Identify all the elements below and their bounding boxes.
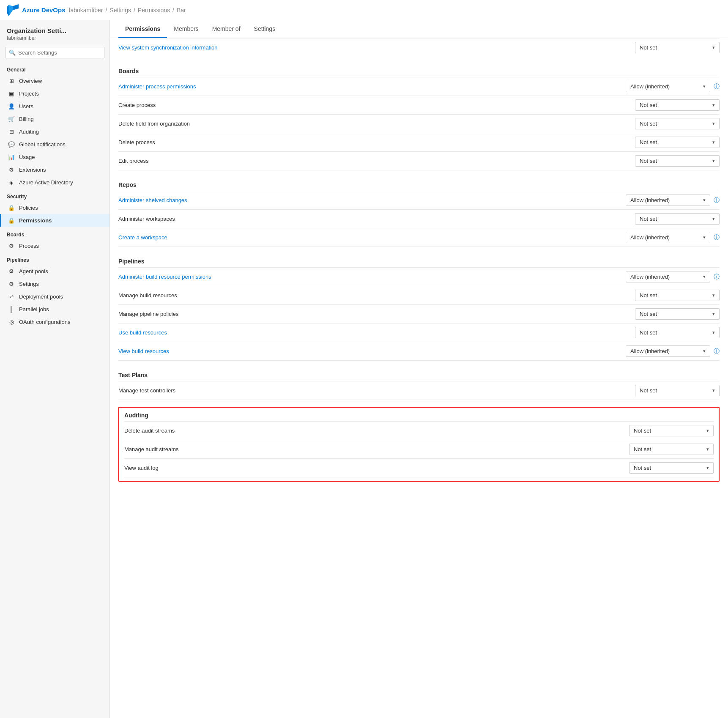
perm-row: Delete field from organizationNot set▾ (118, 114, 720, 133)
sidebar-item-extensions[interactable]: ⚙ Extensions (0, 163, 109, 176)
perm-name[interactable]: Administer shelved changes (118, 197, 626, 203)
sidebar-item-auditing[interactable]: ⊟ Auditing (0, 125, 109, 138)
search-box[interactable]: 🔍 (5, 47, 104, 58)
perm-value-wrap: Not set▾ (629, 462, 714, 474)
perm-name[interactable]: Create a workspace (118, 234, 626, 241)
tab-settings[interactable]: Settings (247, 20, 282, 38)
section-repos: Repos Administer shelved changesAllow (i… (118, 177, 720, 247)
chevron-down-icon: ▾ (712, 311, 715, 317)
sidebar-item-process[interactable]: ⚙ Process (0, 239, 109, 252)
perm-name-view-system-sync: View system synchronization information (118, 44, 635, 51)
perm-select[interactable]: Not set▾ (629, 444, 714, 455)
usage-icon: 📊 (8, 153, 15, 160)
sidebar-item-usage[interactable]: 📊 Usage (0, 151, 109, 163)
sidebar-section-pipelines: Pipelines (0, 252, 109, 265)
sidebar-section-boards: Boards (0, 227, 109, 239)
sidebar-item-azure-ad[interactable]: ◈ Azure Active Directory (0, 176, 109, 189)
tab-members[interactable]: Members (167, 20, 205, 38)
chevron-down-icon: ▾ (703, 348, 706, 354)
sidebar-item-settings[interactable]: ⚙ Settings (0, 277, 109, 290)
info-icon[interactable]: ⓘ (714, 273, 720, 281)
sidebar-item-deployment-pools[interactable]: ⇌ Deployment pools (0, 290, 109, 303)
search-input[interactable] (18, 49, 101, 56)
perm-value-wrap: Not set▾ (635, 137, 720, 148)
perm-value-wrap: Not set▾ (635, 118, 720, 129)
perm-select[interactable]: Not set▾ (629, 425, 714, 436)
notifications-icon: 💬 (8, 141, 15, 148)
perm-row-view-system-sync: View system synchronization information … (118, 38, 720, 57)
perm-value-wrap: Not set▾ (635, 327, 720, 338)
section-boards: Boards Administer process permissionsAll… (118, 63, 720, 170)
testplans-permission-rows: Manage test controllersNot set▾ (118, 381, 720, 400)
perm-select-view-system-sync[interactable]: Not set ▾ (635, 42, 720, 53)
sidebar-item-projects[interactable]: ▣ Projects (0, 87, 109, 100)
perm-select[interactable]: Allow (inherited)▾ (626, 81, 710, 92)
sidebar-item-users[interactable]: 👤 Users (0, 100, 109, 112)
chevron-down-icon: ▾ (712, 121, 715, 126)
perm-value-wrap: Not set ▾ (635, 42, 720, 53)
sidebar-item-oauth[interactable]: ◎ OAuth configurations (0, 315, 109, 328)
perm-select[interactable]: Not set▾ (635, 118, 720, 129)
billing-icon: 🛒 (8, 115, 15, 122)
perm-select[interactable]: Not set▾ (629, 462, 714, 474)
sidebar-item-overview[interactable]: ⊞ Overview (0, 74, 109, 87)
perm-row: Manage build resourcesNot set▾ (118, 286, 720, 304)
perm-row: Create a workspaceAllow (inherited)▾ⓘ (118, 228, 720, 247)
main-content: Permissions Members Member of Settings V… (110, 20, 728, 718)
sidebar-title: Organization Setti... (7, 27, 103, 34)
info-icon[interactable]: ⓘ (714, 197, 720, 204)
perm-name[interactable]: Use build resources (118, 329, 635, 336)
perm-select[interactable]: Not set▾ (635, 99, 720, 111)
sidebar-item-permissions[interactable]: 🔒 Permissions (0, 214, 109, 227)
perm-value-wrap: Not set▾ (629, 444, 714, 455)
info-icon[interactable]: ⓘ (714, 348, 720, 355)
sidebar-item-agent-pools[interactable]: ⚙ Agent pools (0, 265, 109, 277)
perm-value-wrap: Allow (inherited)▾ⓘ (626, 271, 720, 282)
perm-value-wrap: Allow (inherited)▾ⓘ (626, 195, 720, 206)
perm-row: Create processNot set▾ (118, 96, 720, 114)
perm-select[interactable]: Not set▾ (635, 308, 720, 320)
perm-value-wrap: Not set▾ (635, 385, 720, 396)
perm-value-wrap: Not set▾ (635, 308, 720, 320)
sidebar-item-policies[interactable]: 🔒 Policies (0, 201, 109, 214)
sidebar-header: Organization Setti... fabrikamfiber (0, 20, 109, 43)
perm-select[interactable]: Allow (inherited)▾ (626, 345, 710, 357)
perm-select[interactable]: Allow (inherited)▾ (626, 232, 710, 243)
extensions-icon: ⚙ (8, 166, 15, 173)
info-icon[interactable]: ⓘ (714, 234, 720, 241)
perm-select[interactable]: Not set▾ (635, 385, 720, 396)
boards-permission-rows: Administer process permissionsAllow (inh… (118, 77, 720, 170)
perm-name: Manage test controllers (118, 387, 635, 394)
settings-icon: ⚙ (8, 280, 15, 287)
chevron-down-icon: ▾ (712, 388, 715, 393)
app-logo[interactable]: Azure DevOps (7, 4, 66, 16)
chevron-down-icon: ▾ (712, 140, 715, 145)
tab-bar: Permissions Members Member of Settings (110, 20, 728, 38)
perm-select[interactable]: Allow (inherited)▾ (626, 271, 710, 282)
sidebar-item-global-notifications[interactable]: 💬 Global notifications (0, 138, 109, 151)
sidebar: Organization Setti... fabrikamfiber 🔍 Ge… (0, 20, 110, 718)
perm-name[interactable]: View build resources (118, 348, 626, 354)
users-icon: 👤 (8, 103, 15, 110)
perm-select[interactable]: Not set▾ (635, 155, 720, 167)
sidebar-item-billing[interactable]: 🛒 Billing (0, 112, 109, 125)
perm-name[interactable]: Administer process permissions (118, 83, 626, 90)
perm-name[interactable]: Administer build resource permissions (118, 274, 626, 280)
perm-select[interactable]: Not set▾ (635, 213, 720, 225)
section-test-plans: Test Plans Manage test controllersNot se… (118, 367, 720, 400)
tab-member-of[interactable]: Member of (205, 20, 247, 38)
perm-name: Delete field from organization (118, 121, 635, 127)
perm-row: View audit logNot set▾ (124, 458, 714, 477)
sidebar-item-parallel-jobs[interactable]: ║ Parallel jobs (0, 303, 109, 315)
perm-select[interactable]: Not set▾ (635, 327, 720, 338)
tab-permissions[interactable]: Permissions (118, 20, 167, 38)
perm-row: Delete processNot set▾ (118, 133, 720, 151)
info-icon[interactable]: ⓘ (714, 83, 720, 90)
chevron-down-icon: ▾ (706, 428, 709, 433)
perm-select[interactable]: Not set▾ (635, 137, 720, 148)
perm-select[interactable]: Allow (inherited)▾ (626, 195, 710, 206)
section-title-pipelines: Pipelines (118, 254, 720, 267)
perm-value-wrap: Not set▾ (629, 425, 714, 436)
policies-icon: 🔒 (8, 204, 15, 211)
perm-select[interactable]: Not set▾ (635, 290, 720, 301)
